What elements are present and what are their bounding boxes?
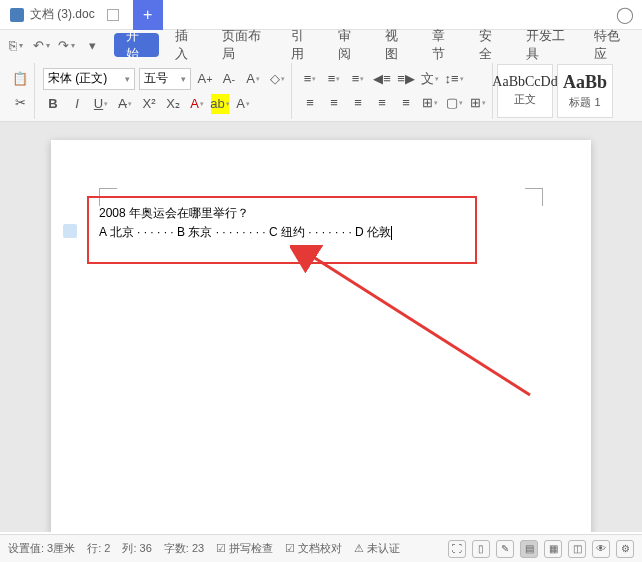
web-view-button[interactable]: ◫ <box>568 540 586 558</box>
tab-view[interactable]: 视图 <box>375 27 416 63</box>
style-label: 标题 1 <box>569 95 600 110</box>
format-painter-button[interactable]: ✂ <box>10 93 30 113</box>
align-center-button[interactable]: ≡ <box>324 93 344 113</box>
statusbar: 设置值: 3厘米 行: 2 列: 36 字数: 23 ☑ 拼写检查 ☑ 文档校对… <box>0 534 642 562</box>
new-tab-button[interactable]: + <box>133 0 163 30</box>
save-button[interactable]: ⎘ <box>6 34 26 56</box>
tab-insert[interactable]: 插入 <box>165 27 206 63</box>
status-spellcheck[interactable]: ☑ 拼写检查 <box>216 541 273 556</box>
zoom-button[interactable]: ⚙ <box>616 540 634 558</box>
formatting-toolbar: 📋 ✂ 宋体 (正文) 五号 A+ A- A ◇ B I U A̶ X² X₂ … <box>0 60 642 122</box>
bold-button[interactable]: B <box>43 94 63 114</box>
paste-button[interactable]: 📋 <box>10 69 30 89</box>
tab-home[interactable]: 开始 <box>114 33 159 57</box>
redo-button[interactable]: ↷ <box>57 34 77 56</box>
tab-title: 文档 (3).doc <box>30 6 95 23</box>
styles-group: AaBbCcDd 正文 AaBb 标题 1 <box>497 64 613 118</box>
borders-button[interactable]: ⊞ <box>468 93 488 113</box>
superscript-button[interactable]: X² <box>139 94 159 114</box>
page[interactable]: 2008 年奥运会在哪里举行？ A 北京 · · · · · · B 东京 · … <box>51 140 591 532</box>
edit-view-button[interactable]: ✎ <box>496 540 514 558</box>
document-canvas[interactable]: 2008 年奥运会在哪里举行？ A 北京 · · · · · · B 东京 · … <box>0 122 642 532</box>
fullscreen-button[interactable]: ⛶ <box>448 540 466 558</box>
page-view-button[interactable]: ▤ <box>520 540 538 558</box>
tab-page-layout[interactable]: 页面布局 <box>212 27 274 63</box>
tab-special[interactable]: 特色应 <box>584 27 636 63</box>
bullets-button[interactable]: ≡ <box>300 69 320 89</box>
quick-access-toolbar: ⎘ ↶ ↷ ▾ 开始 插入 页面布局 引用 审阅 视图 章节 安全 开发工具 特… <box>0 30 642 60</box>
tab-chapter[interactable]: 章节 <box>422 27 463 63</box>
tab-indicator-icon <box>107 9 119 21</box>
margin-corner-icon <box>525 188 543 206</box>
strike-button[interactable]: A̶ <box>115 94 135 114</box>
view-controls: ⛶ ▯ ✎ ▤ ▦ ◫ 👁 ⚙ <box>448 540 634 558</box>
char-shading-button[interactable]: A <box>233 94 253 114</box>
status-setting[interactable]: 设置值: 3厘米 <box>8 541 75 556</box>
clipboard-group: 📋 ✂ <box>6 63 35 119</box>
highlight-button[interactable]: ab <box>211 94 229 114</box>
app-menu-icon[interactable]: ◯ <box>616 5 642 24</box>
shading-button[interactable]: ▢ <box>444 93 464 113</box>
style-heading1[interactable]: AaBb 标题 1 <box>557 64 613 118</box>
decrease-indent-button[interactable]: ◀≡ <box>372 69 392 89</box>
status-word-count[interactable]: 字数: 23 <box>164 541 204 556</box>
document-tab[interactable]: 文档 (3).doc <box>0 0 129 30</box>
multilevel-button[interactable]: ≡ <box>348 69 368 89</box>
doc-line2[interactable]: A 北京 · · · · · · B 东京 · · · · · · · · C … <box>99 223 465 242</box>
font-size-select[interactable]: 五号 <box>139 68 191 90</box>
increase-indent-button[interactable]: ≡▶ <box>396 69 416 89</box>
paragraph-icon <box>63 224 77 238</box>
paragraph-group: ≡ ≡ ≡ ◀≡ ≡▶ 文 ↕≡ ≡ ≡ ≡ ≡ ≡ ⊞ ▢ ⊞ <box>296 63 493 119</box>
shrink-font-button[interactable]: A- <box>219 69 239 89</box>
doc-line1[interactable]: 2008 年奥运会在哪里举行？ <box>99 204 465 223</box>
doc-icon <box>10 8 24 22</box>
subscript-button[interactable]: X₂ <box>163 94 183 114</box>
font-color-button[interactable]: A <box>187 94 207 114</box>
read-view-button[interactable]: ▯ <box>472 540 490 558</box>
align-justify-button[interactable]: ≡ <box>372 93 392 113</box>
grow-font-button[interactable]: A+ <box>195 69 215 89</box>
tab-security[interactable]: 安全 <box>469 27 510 63</box>
outline-view-button[interactable]: ▦ <box>544 540 562 558</box>
qat-more-button[interactable]: ▾ <box>83 34 103 56</box>
text-cursor <box>391 226 392 240</box>
tab-references[interactable]: 引用 <box>281 27 322 63</box>
style-sample: AaBb <box>563 72 607 93</box>
underline-button[interactable]: U <box>91 94 111 114</box>
tab-stops-button[interactable]: ⊞ <box>420 93 440 113</box>
align-left-button[interactable]: ≡ <box>300 93 320 113</box>
italic-button[interactable]: I <box>67 94 87 114</box>
font-family-select[interactable]: 宋体 (正文) <box>43 68 135 90</box>
titlebar: 文档 (3).doc + ◯ <box>0 0 642 30</box>
highlight-box: 2008 年奥运会在哪里举行？ A 北京 · · · · · · B 东京 · … <box>87 196 477 264</box>
clear-format-button[interactable]: ◇ <box>267 69 287 89</box>
style-sample: AaBbCcDd <box>492 74 557 90</box>
tab-developer[interactable]: 开发工具 <box>516 27 578 63</box>
line-spacing-button[interactable]: ↕≡ <box>444 69 464 89</box>
eye-protect-button[interactable]: 👁 <box>592 540 610 558</box>
status-auth[interactable]: ⚠ 未认证 <box>354 541 400 556</box>
status-row[interactable]: 行: 2 <box>87 541 110 556</box>
tab-review[interactable]: 审阅 <box>328 27 369 63</box>
align-right-button[interactable]: ≡ <box>348 93 368 113</box>
undo-button[interactable]: ↶ <box>32 34 52 56</box>
status-proof[interactable]: ☑ 文档校对 <box>285 541 342 556</box>
align-distribute-button[interactable]: ≡ <box>396 93 416 113</box>
numbering-button[interactable]: ≡ <box>324 69 344 89</box>
style-normal[interactable]: AaBbCcDd 正文 <box>497 64 553 118</box>
text-direction-button[interactable]: 文 <box>420 69 440 89</box>
change-case-button[interactable]: A <box>243 69 263 89</box>
status-col[interactable]: 列: 36 <box>122 541 151 556</box>
font-group: 宋体 (正文) 五号 A+ A- A ◇ B I U A̶ X² X₂ A ab… <box>39 63 292 119</box>
style-label: 正文 <box>514 92 536 107</box>
